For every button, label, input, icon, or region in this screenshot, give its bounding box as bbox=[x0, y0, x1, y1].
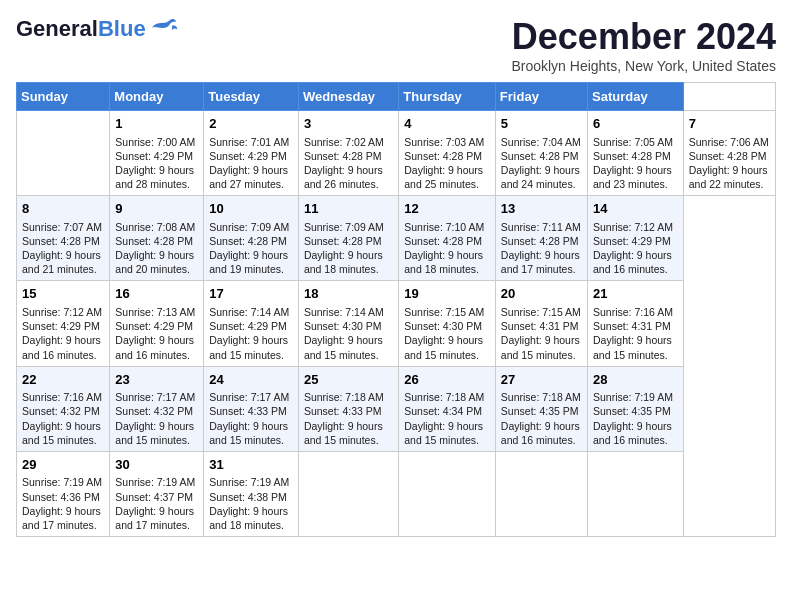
day-info: Sunrise: 7:18 AMSunset: 4:35 PMDaylight:… bbox=[501, 390, 582, 447]
calendar-day-cell: 11Sunrise: 7:09 AMSunset: 4:28 PMDayligh… bbox=[298, 196, 398, 281]
day-info: Sunrise: 7:01 AMSunset: 4:29 PMDaylight:… bbox=[209, 135, 293, 192]
calendar-day-cell: 31Sunrise: 7:19 AMSunset: 4:38 PMDayligh… bbox=[204, 451, 299, 536]
day-info: Sunrise: 7:19 AMSunset: 4:35 PMDaylight:… bbox=[593, 390, 678, 447]
day-number: 21 bbox=[593, 285, 678, 303]
day-info: Sunrise: 7:19 AMSunset: 4:36 PMDaylight:… bbox=[22, 475, 104, 532]
calendar-day-cell: 22Sunrise: 7:16 AMSunset: 4:32 PMDayligh… bbox=[17, 366, 110, 451]
calendar-day-cell: 17Sunrise: 7:14 AMSunset: 4:29 PMDayligh… bbox=[204, 281, 299, 366]
day-number: 5 bbox=[501, 115, 582, 133]
day-number: 30 bbox=[115, 456, 198, 474]
weekday-header-saturday: Saturday bbox=[588, 83, 684, 111]
day-info: Sunrise: 7:07 AMSunset: 4:28 PMDaylight:… bbox=[22, 220, 104, 277]
calendar-day-cell: 12Sunrise: 7:10 AMSunset: 4:28 PMDayligh… bbox=[399, 196, 496, 281]
calendar-day-cell: 6Sunrise: 7:05 AMSunset: 4:28 PMDaylight… bbox=[588, 111, 684, 196]
calendar-week-row: 8Sunrise: 7:07 AMSunset: 4:28 PMDaylight… bbox=[17, 196, 776, 281]
day-info: Sunrise: 7:14 AMSunset: 4:29 PMDaylight:… bbox=[209, 305, 293, 362]
day-number: 18 bbox=[304, 285, 393, 303]
day-info: Sunrise: 7:16 AMSunset: 4:32 PMDaylight:… bbox=[22, 390, 104, 447]
day-number: 12 bbox=[404, 200, 490, 218]
day-info: Sunrise: 7:03 AMSunset: 4:28 PMDaylight:… bbox=[404, 135, 490, 192]
weekday-header-tuesday: Tuesday bbox=[204, 83, 299, 111]
day-number: 1 bbox=[115, 115, 198, 133]
day-number: 24 bbox=[209, 371, 293, 389]
logo-bird-icon bbox=[150, 18, 178, 40]
day-number: 23 bbox=[115, 371, 198, 389]
calendar-day-cell: 16Sunrise: 7:13 AMSunset: 4:29 PMDayligh… bbox=[110, 281, 204, 366]
day-number: 11 bbox=[304, 200, 393, 218]
calendar-day-cell: 8Sunrise: 7:07 AMSunset: 4:28 PMDaylight… bbox=[17, 196, 110, 281]
day-number: 22 bbox=[22, 371, 104, 389]
title-area: December 2024 Brooklyn Heights, New York… bbox=[511, 16, 776, 74]
day-info: Sunrise: 7:09 AMSunset: 4:28 PMDaylight:… bbox=[209, 220, 293, 277]
day-number: 25 bbox=[304, 371, 393, 389]
day-number: 7 bbox=[689, 115, 770, 133]
calendar-day-cell: 20Sunrise: 7:15 AMSunset: 4:31 PMDayligh… bbox=[495, 281, 587, 366]
day-number: 17 bbox=[209, 285, 293, 303]
day-info: Sunrise: 7:19 AMSunset: 4:38 PMDaylight:… bbox=[209, 475, 293, 532]
calendar-day-cell: 18Sunrise: 7:14 AMSunset: 4:30 PMDayligh… bbox=[298, 281, 398, 366]
day-info: Sunrise: 7:15 AMSunset: 4:31 PMDaylight:… bbox=[501, 305, 582, 362]
day-info: Sunrise: 7:18 AMSunset: 4:33 PMDaylight:… bbox=[304, 390, 393, 447]
calendar-day-cell: 19Sunrise: 7:15 AMSunset: 4:30 PMDayligh… bbox=[399, 281, 496, 366]
day-info: Sunrise: 7:19 AMSunset: 4:37 PMDaylight:… bbox=[115, 475, 198, 532]
day-number: 28 bbox=[593, 371, 678, 389]
day-number: 19 bbox=[404, 285, 490, 303]
weekday-header-sunday: Sunday bbox=[17, 83, 110, 111]
day-info: Sunrise: 7:02 AMSunset: 4:28 PMDaylight:… bbox=[304, 135, 393, 192]
day-number: 10 bbox=[209, 200, 293, 218]
calendar-day-cell: 10Sunrise: 7:09 AMSunset: 4:28 PMDayligh… bbox=[204, 196, 299, 281]
location-text: Brooklyn Heights, New York, United State… bbox=[511, 58, 776, 74]
day-info: Sunrise: 7:08 AMSunset: 4:28 PMDaylight:… bbox=[115, 220, 198, 277]
calendar-day-cell: 28Sunrise: 7:19 AMSunset: 4:35 PMDayligh… bbox=[588, 366, 684, 451]
day-info: Sunrise: 7:09 AMSunset: 4:28 PMDaylight:… bbox=[304, 220, 393, 277]
calendar-day-cell: 23Sunrise: 7:17 AMSunset: 4:32 PMDayligh… bbox=[110, 366, 204, 451]
day-number: 20 bbox=[501, 285, 582, 303]
calendar-day-cell: 15Sunrise: 7:12 AMSunset: 4:29 PMDayligh… bbox=[17, 281, 110, 366]
calendar-day-cell: 27Sunrise: 7:18 AMSunset: 4:35 PMDayligh… bbox=[495, 366, 587, 451]
day-info: Sunrise: 7:12 AMSunset: 4:29 PMDaylight:… bbox=[593, 220, 678, 277]
empty-cell bbox=[17, 111, 110, 196]
calendar-day-cell: 9Sunrise: 7:08 AMSunset: 4:28 PMDaylight… bbox=[110, 196, 204, 281]
weekday-header-monday: Monday bbox=[110, 83, 204, 111]
calendar-day-cell: 26Sunrise: 7:18 AMSunset: 4:34 PMDayligh… bbox=[399, 366, 496, 451]
calendar-week-row: 29Sunrise: 7:19 AMSunset: 4:36 PMDayligh… bbox=[17, 451, 776, 536]
day-info: Sunrise: 7:18 AMSunset: 4:34 PMDaylight:… bbox=[404, 390, 490, 447]
calendar-day-cell: 25Sunrise: 7:18 AMSunset: 4:33 PMDayligh… bbox=[298, 366, 398, 451]
calendar-day-cell: 3Sunrise: 7:02 AMSunset: 4:28 PMDaylight… bbox=[298, 111, 398, 196]
weekday-header-wednesday: Wednesday bbox=[298, 83, 398, 111]
calendar-day-cell bbox=[399, 451, 496, 536]
logo-text: GeneralBlue bbox=[16, 16, 146, 42]
calendar-day-cell bbox=[298, 451, 398, 536]
calendar-day-cell bbox=[495, 451, 587, 536]
day-number: 9 bbox=[115, 200, 198, 218]
calendar-day-cell: 7Sunrise: 7:06 AMSunset: 4:28 PMDaylight… bbox=[683, 111, 775, 196]
day-info: Sunrise: 7:13 AMSunset: 4:29 PMDaylight:… bbox=[115, 305, 198, 362]
day-number: 29 bbox=[22, 456, 104, 474]
calendar-header-row: SundayMondayTuesdayWednesdayThursdayFrid… bbox=[17, 83, 776, 111]
calendar-day-cell: 13Sunrise: 7:11 AMSunset: 4:28 PMDayligh… bbox=[495, 196, 587, 281]
day-number: 27 bbox=[501, 371, 582, 389]
day-number: 8 bbox=[22, 200, 104, 218]
day-info: Sunrise: 7:11 AMSunset: 4:28 PMDaylight:… bbox=[501, 220, 582, 277]
day-number: 3 bbox=[304, 115, 393, 133]
month-title: December 2024 bbox=[511, 16, 776, 58]
calendar-day-cell: 4Sunrise: 7:03 AMSunset: 4:28 PMDaylight… bbox=[399, 111, 496, 196]
day-info: Sunrise: 7:17 AMSunset: 4:33 PMDaylight:… bbox=[209, 390, 293, 447]
day-number: 13 bbox=[501, 200, 582, 218]
page-header: GeneralBlue December 2024 Brooklyn Heigh… bbox=[16, 16, 776, 74]
calendar-day-cell: 29Sunrise: 7:19 AMSunset: 4:36 PMDayligh… bbox=[17, 451, 110, 536]
day-info: Sunrise: 7:15 AMSunset: 4:30 PMDaylight:… bbox=[404, 305, 490, 362]
day-info: Sunrise: 7:16 AMSunset: 4:31 PMDaylight:… bbox=[593, 305, 678, 362]
day-info: Sunrise: 7:14 AMSunset: 4:30 PMDaylight:… bbox=[304, 305, 393, 362]
day-info: Sunrise: 7:17 AMSunset: 4:32 PMDaylight:… bbox=[115, 390, 198, 447]
calendar-table: SundayMondayTuesdayWednesdayThursdayFrid… bbox=[16, 82, 776, 537]
day-number: 31 bbox=[209, 456, 293, 474]
calendar-day-cell: 14Sunrise: 7:12 AMSunset: 4:29 PMDayligh… bbox=[588, 196, 684, 281]
calendar-week-row: 22Sunrise: 7:16 AMSunset: 4:32 PMDayligh… bbox=[17, 366, 776, 451]
day-number: 15 bbox=[22, 285, 104, 303]
calendar-day-cell bbox=[588, 451, 684, 536]
weekday-header-thursday: Thursday bbox=[399, 83, 496, 111]
calendar-week-row: 15Sunrise: 7:12 AMSunset: 4:29 PMDayligh… bbox=[17, 281, 776, 366]
calendar-day-cell: 21Sunrise: 7:16 AMSunset: 4:31 PMDayligh… bbox=[588, 281, 684, 366]
logo: GeneralBlue bbox=[16, 16, 178, 42]
